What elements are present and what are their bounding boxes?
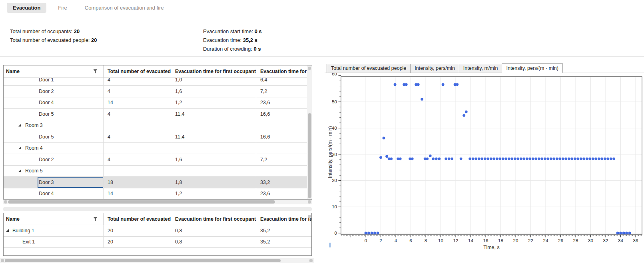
vscroll-thumb[interactable]: [308, 113, 311, 198]
value-cell[interactable]: 1,6: [171, 86, 256, 97]
filter-icon[interactable]: [93, 69, 98, 73]
doors-table-vscrollbar[interactable]: [307, 65, 312, 199]
value-cell[interactable]: 4: [104, 109, 171, 120]
value-cell[interactable]: [171, 120, 256, 132]
value-cell[interactable]: 1,2: [171, 188, 256, 200]
value-cell[interactable]: 6,4: [256, 77, 311, 86]
name-cell[interactable]: Room 3: [4, 120, 104, 132]
value-cell[interactable]: [256, 143, 311, 154]
name-cell[interactable]: Door 5: [4, 131, 104, 143]
value-cell[interactable]: 4: [104, 131, 171, 143]
name-cell[interactable]: Room 4: [4, 143, 104, 154]
hscroll-thumb[interactable]: [5, 259, 281, 262]
table-row[interactable]: Door 241,67,2: [4, 154, 311, 166]
expander-collapse-icon[interactable]: [6, 229, 9, 232]
expander-collapse-icon[interactable]: [18, 146, 21, 149]
value-cell[interactable]: [104, 143, 171, 154]
chart-tab-3[interactable]: Intensity, pers/(m · min): [502, 63, 562, 73]
scroll-left-button[interactable]: [4, 200, 7, 204]
value-cell[interactable]: 14: [104, 97, 171, 109]
value-cell[interactable]: 1,2: [171, 97, 256, 109]
name-cell[interactable]: Door 2: [4, 154, 104, 166]
expander-collapse-icon[interactable]: [18, 169, 21, 172]
value-cell[interactable]: 33,2: [256, 177, 311, 188]
value-cell[interactable]: [104, 166, 171, 177]
value-cell[interactable]: 1,6: [171, 154, 256, 166]
building-table-hscrollbar[interactable]: [0, 258, 314, 263]
table-row[interactable]: Door 5411,416,6: [4, 109, 311, 120]
table-row[interactable]: Building 1200,835,2: [4, 225, 311, 237]
column-header-3[interactable]: Evacuation time for last occupant, s: [256, 65, 312, 77]
value-cell[interactable]: 1,8: [171, 177, 256, 188]
value-cell[interactable]: 4: [104, 77, 171, 86]
doors-table-viewport[interactable]: Door 141,06,4Door 241,67,2Door 4141,223,…: [4, 77, 311, 200]
value-cell[interactable]: 20: [104, 225, 171, 237]
name-cell[interactable]: Door 2: [4, 86, 104, 97]
table-row[interactable]: Door 141,06,4: [4, 77, 311, 86]
value-cell[interactable]: 16,6: [256, 131, 311, 143]
value-cell[interactable]: [256, 166, 311, 177]
main-tab-fire[interactable]: Fire: [52, 3, 73, 13]
doors-table-hscrollbar[interactable]: [3, 200, 312, 204]
value-cell[interactable]: [171, 166, 256, 177]
value-cell[interactable]: 7,2: [256, 154, 311, 166]
value-cell[interactable]: 0,8: [171, 237, 256, 248]
value-cell[interactable]: 1,0: [171, 77, 256, 86]
table-row[interactable]: Door 3181,833,2: [4, 177, 311, 188]
value-cell[interactable]: 20: [104, 237, 171, 248]
scroll-left-button[interactable]: [1, 259, 4, 262]
chart-tab-2[interactable]: Intensity, m/min: [459, 64, 502, 73]
name-cell[interactable]: Door 4: [4, 188, 104, 200]
value-cell[interactable]: 16,6: [256, 109, 311, 120]
value-cell[interactable]: 35,2: [256, 237, 311, 248]
table-row[interactable]: Room 3: [4, 120, 311, 132]
name-cell[interactable]: Door 3: [4, 177, 104, 188]
column-header-0[interactable]: Name: [4, 65, 104, 77]
column-header-0[interactable]: Name: [4, 213, 104, 225]
value-cell[interactable]: 23,6: [256, 97, 311, 109]
table-splitter[interactable]: [3, 207, 312, 211]
table-row[interactable]: Door 4141,223,6: [4, 188, 311, 200]
name-cell[interactable]: Building 1: [4, 225, 104, 237]
name-cell[interactable]: Room 5: [4, 166, 104, 177]
building-table-scroll-button[interactable]: [308, 215, 311, 218]
table-row[interactable]: Door 5411,416,6: [4, 131, 311, 143]
value-cell[interactable]: [104, 120, 171, 132]
scroll-up-button[interactable]: [308, 67, 311, 70]
value-cell[interactable]: 4: [104, 154, 171, 166]
name-cell[interactable]: Door 4: [4, 97, 104, 109]
table-row[interactable]: Door 4141,223,6: [4, 97, 311, 109]
value-cell[interactable]: 7,2: [256, 86, 311, 97]
column-header-1[interactable]: Total number of evacuated: [104, 213, 171, 225]
value-cell[interactable]: 11,4: [171, 131, 256, 143]
value-cell[interactable]: [256, 120, 311, 132]
name-cell[interactable]: Door 1: [4, 77, 104, 86]
building-table-viewport[interactable]: Building 1200,835,2Exit 1200,835,2: [4, 225, 311, 255]
value-cell[interactable]: [171, 143, 256, 154]
value-cell[interactable]: 11,4: [171, 109, 256, 120]
expander-collapse-icon[interactable]: [18, 124, 21, 127]
filter-icon[interactable]: [93, 217, 98, 221]
value-cell[interactable]: 18: [104, 177, 171, 188]
chart-tab-0[interactable]: Total number of evacuated people: [327, 64, 411, 73]
main-tab-evacuation[interactable]: Evacuation: [7, 3, 46, 13]
value-cell[interactable]: 4: [104, 86, 171, 97]
scroll-right-button[interactable]: [308, 200, 311, 204]
column-header-3[interactable]: Evacuation time for last occupant, s: [256, 213, 312, 225]
table-row[interactable]: Room 4: [4, 143, 311, 154]
column-header-1[interactable]: Total number of evacuated: [104, 65, 171, 77]
table-row[interactable]: Exit 1200,835,2: [4, 237, 311, 248]
chart-tab-1[interactable]: Intensity, pers/min: [410, 64, 459, 73]
table-row[interactable]: Door 241,67,2: [4, 86, 311, 97]
column-header-2[interactable]: Evacuation time for first occupant, s: [171, 65, 256, 77]
column-header-2[interactable]: Evacuation time for first occupant, s: [171, 213, 256, 225]
table-row[interactable]: Room 5: [4, 166, 311, 177]
name-cell[interactable]: Door 5: [4, 109, 104, 120]
hscroll-thumb[interactable]: [8, 200, 275, 204]
scroll-right-button[interactable]: [309, 259, 313, 262]
main-tab-comparison-of-evacuation-and-fire[interactable]: Comparison of evacuation and fire: [79, 3, 170, 13]
value-cell[interactable]: 14: [104, 188, 171, 200]
value-cell[interactable]: 35,2: [256, 225, 311, 237]
name-cell[interactable]: Exit 1: [4, 237, 104, 248]
value-cell[interactable]: 0,8: [171, 225, 256, 237]
